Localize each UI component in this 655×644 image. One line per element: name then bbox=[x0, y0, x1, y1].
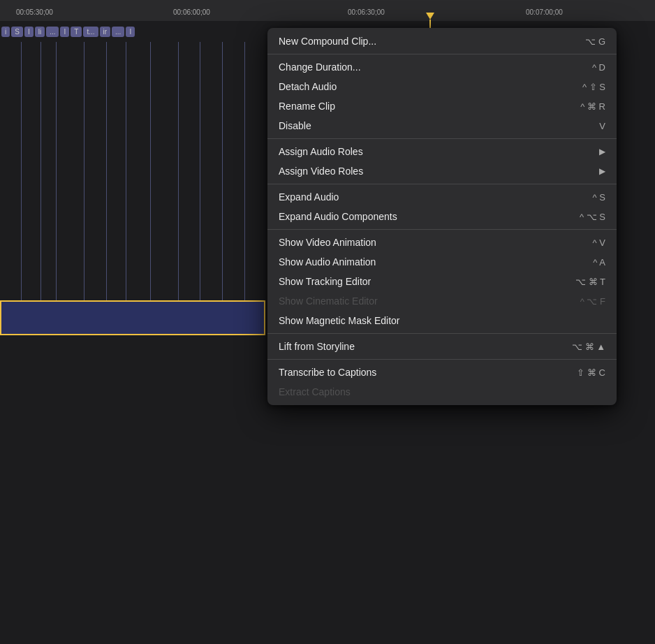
clip-line bbox=[41, 42, 41, 321]
menu-item-label: Disable bbox=[279, 120, 311, 131]
menu-item-label: Assign Audio Roles bbox=[279, 146, 363, 157]
clip-line bbox=[178, 42, 179, 321]
playhead[interactable] bbox=[426, 13, 434, 22]
menu-item-assign-video-roles[interactable]: Assign Video Roles ▶ bbox=[267, 161, 617, 181]
menu-item-shortcut: ⌥ ⌘ T bbox=[575, 277, 605, 287]
menu-item-detach-audio[interactable]: Detach Audio ^ ⇧ S bbox=[267, 77, 617, 96]
menu-item-label: Extract Captions bbox=[279, 386, 351, 397]
menu-item-shortcut: ⇧ ⌘ C bbox=[577, 367, 605, 378]
menu-separator bbox=[267, 54, 617, 54]
clip-line bbox=[244, 42, 245, 321]
menu-item-change-duration[interactable]: Change Duration... ^ D bbox=[267, 57, 617, 77]
submenu-arrow-icon: ▶ bbox=[599, 166, 605, 176]
menu-item-show-audio-animation[interactable]: Show Audio Animation ^ A bbox=[267, 252, 617, 272]
menu-item-shortcut: ^ ⌘ R bbox=[580, 101, 605, 112]
menu-item-assign-audio-roles[interactable]: Assign Audio Roles ▶ bbox=[267, 142, 617, 161]
menu-item-label: Show Audio Animation bbox=[279, 256, 376, 268]
menu-item-shortcut: ⌥ G bbox=[585, 36, 605, 47]
clip-line bbox=[56, 42, 57, 321]
selected-clip[interactable] bbox=[0, 300, 265, 335]
menu-item-label: Expand Audio Components bbox=[279, 211, 397, 222]
menu-separator bbox=[267, 184, 617, 184]
menu-item-label: Show Tracking Editor bbox=[279, 276, 371, 287]
menu-item-extract-captions: Extract Captions bbox=[267, 382, 617, 402]
menu-item-lift-from-storyline[interactable]: Lift from Storyline ⌥ ⌘ ▲ bbox=[267, 337, 617, 356]
menu-separator bbox=[267, 333, 617, 334]
menu-separator bbox=[267, 229, 617, 230]
timestamp-4: 00:07:00;00 bbox=[524, 6, 563, 16]
menu-item-shortcut: ^ ⌥ S bbox=[580, 212, 605, 222]
timestamp-2: 00:06:00;00 bbox=[171, 6, 210, 16]
clip-line bbox=[150, 42, 151, 321]
menu-item-label: Lift from Storyline bbox=[279, 341, 355, 352]
timeline-ruler: 00:05:30;00 00:06:00;00 00:06:30;00 00:0… bbox=[0, 0, 655, 21]
menu-separator bbox=[267, 359, 617, 360]
menu-item-show-cinematic-editor: Show Cinematic Editor ^ ⌥ F bbox=[267, 291, 617, 311]
clip-lines bbox=[0, 21, 265, 321]
menu-item-expand-audio[interactable]: Expand Audio ^ S bbox=[267, 187, 617, 207]
menu-item-rename-clip[interactable]: Rename Clip ^ ⌘ R bbox=[267, 96, 617, 116]
submenu-arrow-icon: ▶ bbox=[599, 147, 605, 156]
playhead-triangle bbox=[426, 13, 434, 20]
track-area bbox=[0, 339, 265, 644]
menu-item-label: Show Magnetic Mask Editor bbox=[279, 315, 400, 326]
context-menu: New Compound Clip... ⌥ G Change Duration… bbox=[267, 28, 617, 405]
clip-line bbox=[126, 42, 126, 321]
menu-item-label: Change Duration... bbox=[279, 61, 361, 73]
menu-item-label: Rename Clip bbox=[279, 101, 335, 112]
menu-item-show-video-animation[interactable]: Show Video Animation ^ V bbox=[267, 233, 617, 252]
timestamp-3: 00:06:30;00 bbox=[346, 6, 385, 16]
clip-line bbox=[222, 42, 223, 321]
menu-item-shortcut: ^ ⇧ S bbox=[582, 82, 605, 92]
menu-item-shortcut: ^ D bbox=[592, 62, 605, 73]
menu-item-label: Expand Audio bbox=[279, 191, 339, 203]
clip-line bbox=[200, 42, 200, 321]
clip-line bbox=[84, 42, 84, 321]
menu-item-expand-audio-components[interactable]: Expand Audio Components ^ ⌥ S bbox=[267, 207, 617, 226]
menu-item-new-compound-clip[interactable]: New Compound Clip... ⌥ G bbox=[267, 31, 617, 51]
menu-item-shortcut: ^ S bbox=[593, 192, 605, 203]
menu-item-shortcut: ⌥ ⌘ ▲ bbox=[572, 342, 605, 352]
menu-item-shortcut: ^ V bbox=[593, 237, 605, 248]
menu-item-shortcut: V bbox=[599, 121, 605, 131]
menu-item-label: Show Video Animation bbox=[279, 237, 376, 248]
menu-item-shortcut: ^ ⌥ F bbox=[580, 296, 605, 307]
clip-line bbox=[106, 42, 107, 321]
menu-item-show-tracking-editor[interactable]: Show Tracking Editor ⌥ ⌘ T bbox=[267, 272, 617, 291]
menu-item-label: Show Cinematic Editor bbox=[279, 295, 378, 307]
menu-item-transcribe-to-captions[interactable]: Transcribe to Captions ⇧ ⌘ C bbox=[267, 363, 617, 382]
menu-item-label: Transcribe to Captions bbox=[279, 367, 376, 378]
timestamp-1: 00:05:30;00 bbox=[14, 6, 53, 16]
menu-item-shortcut: ^ A bbox=[593, 257, 605, 268]
menu-item-label: New Compound Clip... bbox=[279, 36, 376, 47]
menu-item-show-magnetic-mask-editor[interactable]: Show Magnetic Mask Editor bbox=[267, 311, 617, 330]
menu-item-label: Assign Video Roles bbox=[279, 166, 363, 177]
clip-line bbox=[21, 42, 22, 321]
menu-separator bbox=[267, 138, 617, 139]
menu-item-label: Detach Audio bbox=[279, 81, 337, 92]
menu-item-disable[interactable]: Disable V bbox=[267, 116, 617, 136]
